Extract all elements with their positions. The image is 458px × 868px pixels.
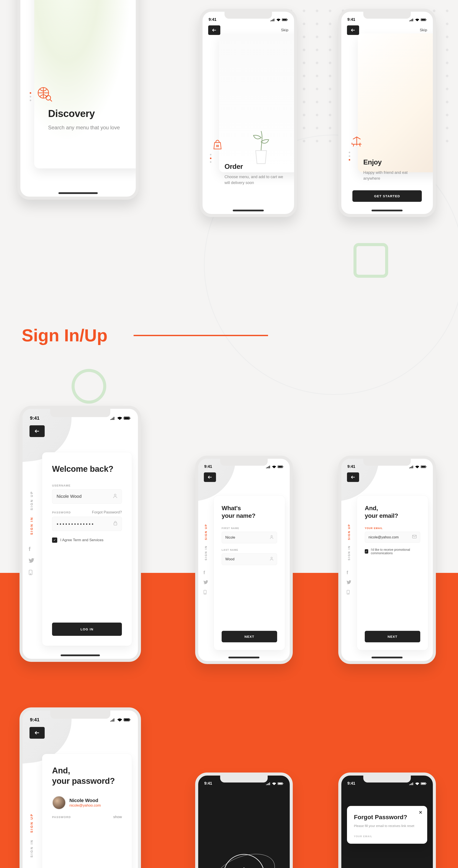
next-button[interactable]: NEXT <box>365 631 420 642</box>
svg-rect-35 <box>283 783 283 784</box>
back-button[interactable] <box>204 472 216 482</box>
tab-sign-in[interactable]: SIGN IN <box>348 545 351 560</box>
onboarding-card <box>219 33 297 172</box>
mail-icon <box>412 535 417 539</box>
twitter-icon[interactable] <box>203 580 208 586</box>
svg-rect-32 <box>130 719 130 720</box>
svg-rect-18 <box>278 466 282 467</box>
decoration-rounded-square <box>354 243 388 278</box>
svg-point-28 <box>348 593 349 594</box>
tab-sign-up[interactable]: SIGN UP <box>348 524 351 540</box>
profile-name: Nicole Wood <box>69 798 101 803</box>
svg-point-23 <box>271 557 272 559</box>
first-name-label: FIRST NAME <box>222 527 277 529</box>
status-time: 9:41 <box>348 18 355 22</box>
svg-rect-6 <box>287 19 288 20</box>
svg-point-3 <box>46 95 51 100</box>
status-icons <box>409 782 427 785</box>
back-button[interactable] <box>30 425 45 437</box>
phone-icon[interactable] <box>29 569 34 577</box>
promo-checkbox[interactable]: ✓ <box>365 549 368 554</box>
status-icons <box>266 782 284 785</box>
tab-sign-up[interactable]: SIGN UP <box>30 813 33 833</box>
tab-sign-up[interactable]: SIGN UP <box>30 491 33 510</box>
tab-sign-in[interactable]: SIGN IN <box>30 517 33 535</box>
first-name-value: Nicole <box>225 535 235 539</box>
phone-icon[interactable] <box>347 590 351 596</box>
status-icons <box>270 18 288 21</box>
lock-icon <box>113 521 117 527</box>
status-time: 9:41 <box>348 464 355 469</box>
last-name-input[interactable]: Wood <box>222 553 277 565</box>
status-icons <box>110 416 131 420</box>
log-in-button[interactable]: LOG IN <box>52 623 122 636</box>
user-icon <box>113 493 117 499</box>
last-name-label: LAST NAME <box>222 549 277 551</box>
svg-rect-38 <box>421 783 425 784</box>
status-time: 9:41 <box>208 18 217 22</box>
onboarding-title: Enjoy <box>363 158 424 166</box>
card-heading: Welcome back? <box>52 464 122 474</box>
status-icons <box>266 465 284 468</box>
show-password-toggle[interactable]: show <box>113 815 122 819</box>
facebook-icon[interactable]: f <box>29 546 34 553</box>
avatar <box>52 796 66 810</box>
get-started-button[interactable]: GET STARTED <box>352 190 422 202</box>
back-button[interactable] <box>347 472 359 482</box>
phone-notch <box>224 12 272 19</box>
next-button[interactable]: NEXT <box>222 631 277 642</box>
forgot-password-link[interactable]: Forgot Password? <box>92 510 122 515</box>
card-heading: And, your password? <box>52 766 122 786</box>
email-value: nicole@yahoo.com <box>368 535 399 539</box>
svg-point-15 <box>114 494 116 496</box>
status-time: 9:41 <box>30 717 39 723</box>
phone-notch <box>363 776 411 782</box>
first-name-input[interactable]: Nicole <box>222 532 277 544</box>
onboarding-subtitle: Search any menu that you love <box>48 124 124 131</box>
onboarding-pager <box>349 152 350 161</box>
onboarding-subtitle: Choose menu, and add to cart we will del… <box>224 174 285 186</box>
skip-button[interactable]: Skip <box>420 28 427 32</box>
twitter-icon[interactable] <box>29 558 34 564</box>
home-indicator <box>371 210 402 211</box>
home-indicator <box>371 657 402 658</box>
svg-rect-25 <box>421 466 425 467</box>
svg-rect-31 <box>124 719 129 721</box>
card-heading: And, your email? <box>365 504 420 520</box>
promo-label: I'd like to receive promotional commonic… <box>371 548 420 555</box>
username-label: USERNAME <box>52 484 122 487</box>
status-time: 9:41 <box>204 464 212 469</box>
skip-button[interactable]: Skip <box>281 28 288 32</box>
globe-search-icon <box>36 86 53 103</box>
back-button[interactable] <box>347 25 359 35</box>
profile-email: nicole@yahoo.com <box>69 803 101 808</box>
card-subtitle: Please fill your email to receives link … <box>354 824 420 829</box>
status-icons <box>409 18 427 21</box>
password-input[interactable]: ●●●●●●●●●●●●● <box>52 517 122 531</box>
twitter-icon[interactable] <box>347 580 351 586</box>
tab-sign-up[interactable]: SIGN UP <box>204 524 207 540</box>
status-time: 9:41 <box>204 781 212 786</box>
onboarding-card <box>34 0 139 168</box>
username-value: Nicole Wood <box>57 494 81 499</box>
close-icon[interactable]: ✕ <box>419 810 422 815</box>
status-icons <box>110 718 131 721</box>
email-label: YOUR EMAIL <box>354 835 420 838</box>
tab-sign-in[interactable]: SIGN IN <box>204 545 207 560</box>
back-button[interactable] <box>30 727 45 739</box>
svg-rect-11 <box>124 417 129 419</box>
email-input[interactable]: nicole@yahoo.com <box>365 532 420 543</box>
svg-rect-12 <box>130 418 130 418</box>
terms-checkbox[interactable]: ✓ <box>52 537 57 543</box>
onboarding-pager <box>30 92 31 101</box>
facebook-icon[interactable]: f <box>203 570 208 576</box>
tab-sign-in[interactable]: SIGN IN <box>30 839 33 858</box>
username-input[interactable]: Nicole Wood <box>52 489 122 504</box>
phone-icon[interactable] <box>203 590 208 596</box>
facebook-icon[interactable]: f <box>347 570 351 576</box>
svg-rect-34 <box>278 783 282 784</box>
status-time: 9:41 <box>348 781 355 786</box>
back-button[interactable] <box>208 25 220 35</box>
card-heading: Forgot Password? <box>354 813 420 821</box>
last-name-value: Wood <box>225 557 234 561</box>
